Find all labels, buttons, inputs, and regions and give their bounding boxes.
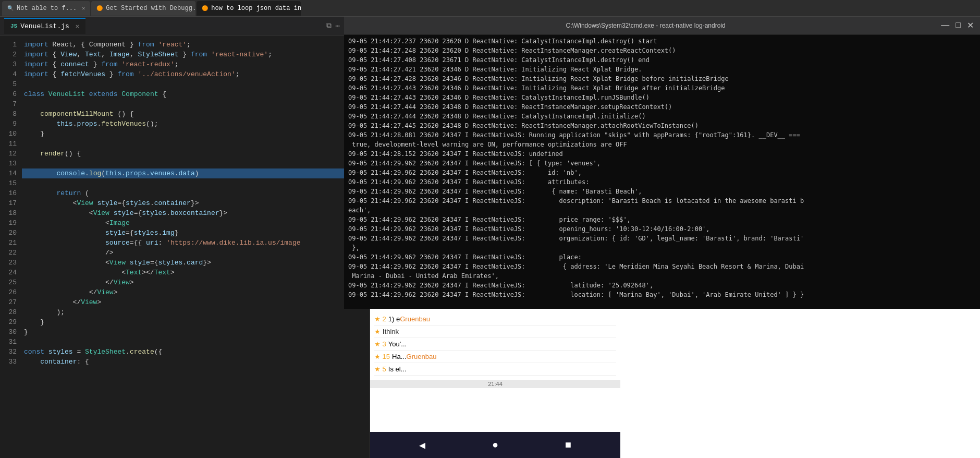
code-line-13 [22, 159, 344, 168]
code-line-5 [22, 79, 344, 89]
code-line-1: import React, { Component } from 'react'… [22, 40, 344, 50]
log-8: 09-05 21:44:27.444 23620 24348 D ReactNa… [348, 112, 976, 121]
log-18: each', [348, 206, 976, 215]
terminal-window: C:\Windows\System32\cmd.exe - react-nati… [344, 17, 980, 309]
code-line-27: </View> [22, 297, 344, 307]
log-4: 09-05 21:44:27.428 23620 24346 D ReactNa… [348, 74, 976, 83]
log-14: 09-05 21:44:29.962 23620 24347 I ReactNa… [348, 168, 976, 177]
tab-1-close[interactable]: ✕ [82, 5, 85, 11]
tab-3[interactable]: 🟠 how to loop json data in... ✕ [197, 1, 301, 16]
timestamp-bar: 21:44 [370, 380, 620, 388]
log-17: 09-05 21:44:29.962 23620 24347 I ReactNa… [348, 196, 976, 206]
log-3: 09-05 21:44:27.421 23620 24346 D ReactNa… [348, 65, 976, 74]
emulator-navbar: ◀ ● ■ [370, 432, 620, 458]
code-line-9: this.props.fetchVenues(); [22, 119, 344, 129]
editor-tab-venuelist[interactable]: JS VenueList.js ✕ [4, 18, 85, 34]
review-text-3: You'... [388, 340, 407, 348]
log-7: 09-05 21:44:27.444 23620 24348 D ReactNa… [348, 102, 976, 112]
think-text: think [385, 328, 399, 335]
terminal-close-btn[interactable]: ✕ [967, 20, 974, 30]
log-1: 09-05 21:44:27.248 23620 23620 D ReactNa… [348, 46, 976, 55]
more-options-icon[interactable]: ⋯ [336, 21, 340, 30]
browser-tab-bar: 🔍 Not able to f... ✕ 🟠 Get Started with … [0, 0, 980, 17]
home-button[interactable]: ● [492, 439, 498, 451]
code-line-10: } [22, 129, 344, 139]
review-item-5: ★ 5 Is el... [374, 363, 616, 376]
code-area: 12345 678910 1112131415 1617181920 21222… [0, 35, 344, 458]
code-line-7 [22, 99, 344, 109]
timestamp-value: 21:44 [488, 381, 503, 387]
code-line-28: ); [22, 307, 344, 317]
log-2: 09-05 21:44:27.408 23620 23671 D ReactNa… [348, 55, 976, 65]
emulator-screen: ★ 2 1) e Gruenbau ★ I think ★ 3 You'... [370, 309, 620, 432]
code-line-29: } [22, 317, 344, 327]
terminal-title: C:\Windows\System32\cmd.exe - react-nati… [350, 22, 941, 29]
editor-tab-icons: ⧉ ⋯ [326, 21, 340, 30]
log-12: 09-05 21:44:28.152 23620 24347 I ReactNa… [348, 149, 976, 159]
log-10: 09-05 21:44:28.081 23620 24347 I ReactNa… [348, 130, 976, 140]
code-line-11 [22, 139, 344, 149]
code-line-25: </View> [22, 278, 344, 287]
review-text-5: Is el... [388, 365, 407, 373]
log-22: }, [348, 243, 976, 252]
code-line-32: const styles = StyleSheet.create({ [22, 347, 344, 357]
terminal-titlebar: C:\Windows\System32\cmd.exe - react-nati… [344, 17, 980, 34]
code-line-26: </View> [22, 287, 344, 297]
log-6: 09-05 21:44:27.443 23620 24346 D ReactNa… [348, 93, 976, 102]
code-line-33: container: { [22, 357, 344, 367]
tab-1-favicon: 🔍 [7, 5, 14, 11]
log-13: 09-05 21:44:29.962 23620 24347 I ReactNa… [348, 159, 976, 168]
log-15: 09-05 21:44:29.962 23620 24347 I ReactNa… [348, 177, 976, 187]
editor-tab-bar: JS VenueList.js ✕ ⧉ ⋯ [0, 17, 344, 35]
stars-1: ★ 2 [374, 315, 386, 323]
log-21: 09-05 21:44:29.962 23620 24347 I ReactNa… [348, 234, 976, 243]
web-content-panel [620, 309, 980, 458]
bottom-area: ★ 2 1) e Gruenbau ★ I think ★ 3 You'... [344, 309, 980, 458]
review-link-1[interactable]: Gruenbau [400, 315, 430, 323]
split-editor-icon[interactable]: ⧉ [326, 21, 332, 30]
editor-tab-close[interactable]: ✕ [76, 22, 79, 30]
tab-1[interactable]: 🔍 Not able to f... ✕ [2, 1, 90, 16]
log-9: 09-05 21:44:27.445 23620 24348 D ReactNa… [348, 121, 976, 130]
tab-1-label: Not able to f... [17, 5, 77, 12]
log-25: Marina - Dubai - United Arab Emirates', [348, 271, 976, 281]
code-line-30: } [22, 327, 344, 337]
log-27: 09-05 21:44:29.962 23620 24347 I ReactNa… [348, 290, 976, 299]
main-layout: JS VenueList.js ✕ ⧉ ⋯ 12345 678910 11121… [0, 17, 980, 458]
editor-panel: JS VenueList.js ✕ ⧉ ⋯ 12345 678910 11121… [0, 17, 344, 458]
recents-button[interactable]: ■ [565, 439, 571, 451]
web-content-placeholder [627, 313, 974, 324]
log-16: 09-05 21:44:29.962 23620 24347 I ReactNa… [348, 187, 976, 196]
code-line-24: <Text></Text> [22, 268, 344, 278]
stars-5: ★ 5 [374, 365, 386, 373]
code-line-18: <View style={styles.boxcontainer}> [22, 208, 344, 218]
code-line-15 [22, 178, 344, 188]
review-num-1: 1) e [388, 315, 400, 323]
back-button[interactable]: ◀ [419, 439, 425, 452]
tab-3-label: how to loop json data in... [211, 5, 301, 12]
code-line-31 [22, 337, 344, 347]
terminal-maximize-btn[interactable]: □ [956, 20, 961, 30]
review-item-3: ★ 3 You'... [374, 338, 616, 351]
code-line-4: import { fetchVenues } from '../actions/… [22, 69, 344, 79]
log-5: 09-05 21:44:27.443 23620 24346 D ReactNa… [348, 83, 976, 93]
code-line-21: source={{ uri: 'https://www.dike.lib.ia.… [22, 238, 344, 248]
emulator-content: ★ 2 1) e Gruenbau ★ I think ★ 3 You'... [370, 309, 620, 380]
code-line-3: import { connect } from 'react-redux'; [22, 59, 344, 69]
log-24: 09-05 21:44:29.962 23620 24347 I ReactNa… [348, 262, 976, 271]
tab-2[interactable]: 🟠 Get Started with Debugg... ✕ [91, 1, 195, 16]
terminal-minimize-btn[interactable]: — [941, 20, 949, 30]
line-numbers: 12345 678910 1112131415 1617181920 21222… [0, 35, 22, 458]
review-item-4: ★ 15 Ha... Gruenbau [374, 351, 616, 363]
code-line-12: render() { [22, 149, 344, 159]
code-line-16: return ( [22, 188, 344, 198]
code-line-2: import { View, Text, Image, StyleSheet }… [22, 50, 344, 59]
editor-tab-label: VenueList.js [20, 22, 69, 30]
stars-4: ★ 15 [374, 353, 390, 360]
review-item-2: ★ I think [374, 326, 616, 338]
tab-2-favicon: 🟠 [96, 5, 103, 11]
review-link-4[interactable]: Gruenbau [407, 353, 437, 360]
tab-3-favicon: 🟠 [202, 5, 208, 11]
right-panel: C:\Windows\System32\cmd.exe - react-nati… [344, 17, 980, 458]
terminal-content: 09-05 21:44:27.237 23620 23620 D ReactNa… [344, 34, 980, 309]
